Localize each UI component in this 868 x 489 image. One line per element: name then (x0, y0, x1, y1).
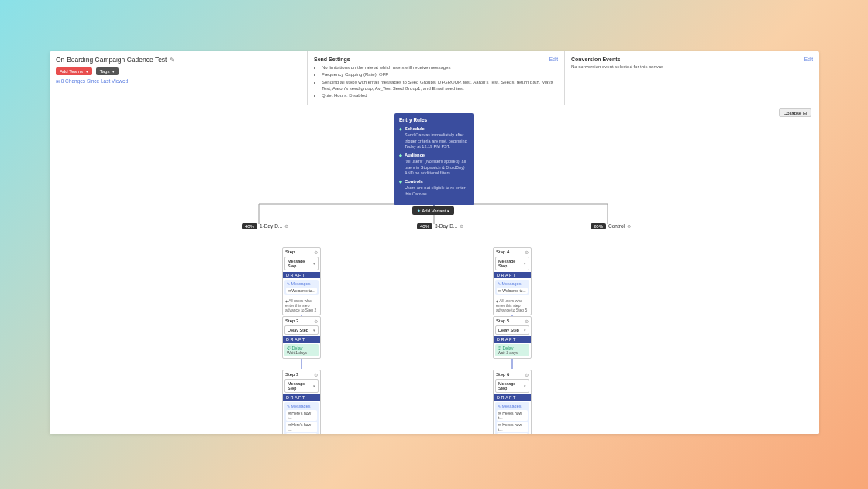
pencil-icon[interactable]: ✎ (170, 56, 175, 64)
messages-block[interactable]: MessagesHere's how t...Here's how t...He… (284, 402, 319, 434)
gear-icon[interactable]: ⚙ (314, 250, 318, 255)
gear-icon[interactable]: ⚙ (525, 250, 529, 255)
entry-title: Entry Rules (399, 117, 469, 124)
app-window: On-Boarding Campaign Cadence Test ✎ Add … (50, 51, 819, 434)
header-left: On-Boarding Campaign Cadence Test ✎ Add … (50, 51, 308, 105)
header-conversion: Edit Conversion Events No conversion eve… (565, 51, 819, 105)
messages-h: Messages (286, 281, 317, 287)
send-bullet: No limitations on the rate at which user… (322, 64, 558, 71)
step-card-3[interactable]: Step 3⚙ Message Step DRAFT MessagesHere'… (282, 370, 321, 434)
variant-3[interactable]: 20% Control ⚙ (591, 223, 631, 229)
step-card-2[interactable]: Step 2⚙ Delay Step DRAFT DelayWait 1 day… (282, 316, 321, 359)
draft-badge: DRAFT (494, 336, 531, 343)
send-settings-list: No limitations on the rate at which user… (314, 64, 558, 99)
message-item[interactable]: Here's how t... (286, 422, 317, 432)
delay-p: Wait 3 days (498, 350, 527, 355)
messages-block[interactable]: MessagesWelcome to... (495, 280, 529, 295)
draft-badge: DRAFT (283, 272, 320, 278)
variant-pct: 40% (417, 223, 432, 229)
step-footer: All users who enter this step advance to… (494, 297, 531, 315)
controls-h: Controls (399, 179, 469, 185)
variant-name: 1-Day D... (260, 223, 282, 229)
message-item[interactable]: Here's how t... (497, 433, 528, 434)
gear-icon[interactable]: ⚙ (525, 319, 529, 324)
delay-block[interactable]: DelayWait 1 days (284, 344, 319, 356)
messages-h: Messages (497, 403, 528, 409)
step-name: Step 4 (496, 250, 509, 255)
canvas-area[interactable]: Collapse ⊟ Entry Rules ScheduleSend Canv… (50, 105, 819, 434)
delay-block[interactable]: DelayWait 3 days (495, 344, 529, 356)
step-type-select[interactable]: Message Step (284, 379, 319, 393)
messages-h: Messages (286, 403, 317, 409)
gear-icon[interactable]: ⚙ (314, 319, 318, 324)
variant-name: Control (608, 223, 625, 229)
delay-p: Wait 1 days (287, 350, 316, 355)
step-card-1[interactable]: Step⚙ Message Step DRAFT MessagesWelcome… (282, 247, 321, 315)
step-name: Step 2 (285, 319, 298, 324)
step-name: Step (285, 250, 294, 255)
variant-pct: 20% (591, 223, 606, 229)
gear-icon[interactable]: ⚙ (460, 223, 463, 229)
changes-link[interactable]: 0 Changes Since Last Viewed (56, 77, 301, 84)
conversion-title: Conversion Events (571, 56, 813, 64)
message-item[interactable]: Welcome to... (286, 288, 317, 294)
step-type-select[interactable]: Message Step (284, 257, 319, 270)
step-card-5[interactable]: Step 5⚙ Delay Step DRAFT DelayWait 3 day… (493, 316, 532, 359)
send-bullet: Quiet Hours: Disabled (322, 92, 558, 98)
step-name: Step 3 (285, 372, 298, 377)
message-item[interactable]: Welcome to... (497, 288, 528, 294)
gear-icon[interactable]: ⚙ (627, 223, 631, 229)
conversion-edit-link[interactable]: Edit (804, 56, 813, 63)
entry-rules-card[interactable]: Entry Rules ScheduleSend Canvas immediat… (394, 113, 474, 206)
messages-h: Messages (497, 281, 528, 287)
controls-p: Users are not eligible to re-enter this … (399, 185, 469, 197)
header-send-settings: Edit Send Settings No limitations on the… (308, 51, 565, 105)
tags-button[interactable]: Tags (96, 67, 119, 75)
step-type-select[interactable]: Message Step (495, 379, 529, 393)
step-card-4[interactable]: Step 4⚙ Message Step DRAFT MessagesWelco… (493, 247, 532, 315)
step-card-6[interactable]: Step 6⚙ Message Step DRAFT MessagesHere'… (493, 370, 532, 434)
step-name: Step 5 (496, 319, 509, 324)
audience-h: Audience (399, 153, 469, 159)
gear-icon[interactable]: ⚙ (525, 372, 529, 377)
message-item[interactable]: Here's how t... (497, 422, 528, 432)
messages-block[interactable]: MessagesWelcome to... (284, 280, 319, 295)
step-footer: All users who enter this step advance to… (283, 297, 320, 315)
draft-badge: DRAFT (283, 336, 320, 343)
send-bullet: Sending all steps with email messages to… (322, 79, 558, 92)
step-type-select[interactable]: Delay Step (495, 325, 529, 335)
variant-1[interactable]: 40% 1-Day D... ⚙ (242, 223, 288, 229)
canvas-title[interactable]: On-Boarding Campaign Cadence Test (56, 56, 167, 65)
step-type-select[interactable]: Message Step (495, 257, 529, 270)
draft-badge: DRAFT (494, 272, 531, 278)
message-item[interactable]: Here's how t... (286, 433, 317, 434)
header: On-Boarding Campaign Cadence Test ✎ Add … (50, 51, 819, 105)
gear-icon[interactable]: ⚙ (314, 372, 318, 377)
send-bullet: Frequency Capping (Rate): OFF (322, 71, 558, 77)
schedule-h: Schedule (399, 126, 469, 133)
messages-block[interactable]: MessagesHere's how t...Here's how t...He… (495, 402, 529, 434)
add-teams-button[interactable]: Add Teams (56, 67, 92, 75)
add-variant-button[interactable]: Add Variant (412, 206, 454, 215)
send-edit-link[interactable]: Edit (549, 56, 558, 63)
step-type-select[interactable]: Delay Step (284, 325, 319, 335)
audience-p: "all users" (No filters applied), all us… (399, 159, 469, 176)
send-settings-title: Send Settings (314, 56, 558, 64)
step-name: Step 6 (496, 372, 509, 377)
schedule-p: Send Canvas immediately after trigger cr… (399, 133, 469, 150)
message-item[interactable]: Here's how t... (286, 410, 317, 421)
conversion-desc: No conversion event selected for this ca… (571, 64, 813, 70)
draft-badge: DRAFT (283, 394, 320, 401)
variant-2[interactable]: 40% 3-Day D... ⚙ (417, 223, 463, 229)
variant-pct: 40% (242, 223, 257, 229)
draft-badge: DRAFT (494, 394, 531, 401)
message-item[interactable]: Here's how t... (497, 410, 528, 421)
gear-icon[interactable]: ⚙ (284, 223, 288, 229)
collapse-button[interactable]: Collapse ⊟ (779, 108, 811, 117)
variant-name: 3-Day D... (435, 223, 457, 229)
